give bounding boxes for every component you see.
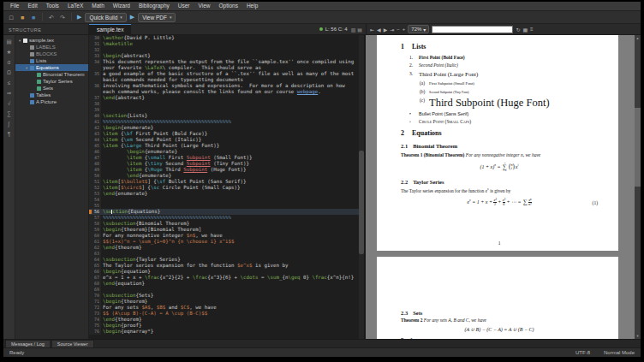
fit-page-icon[interactable]: ▦ bbox=[522, 27, 528, 33]
code-line[interactable]: 30\author{David P. Little} bbox=[89, 35, 364, 41]
code-line[interactable]: 76\begin{eqnarray*} bbox=[89, 329, 364, 335]
code-line[interactable]: 39 bbox=[89, 107, 364, 113]
menu-latex[interactable]: LaTeX bbox=[63, 2, 87, 10]
next-page-icon[interactable]: ▶ bbox=[384, 27, 388, 33]
code-line[interactable]: 70\subsection{Sets} bbox=[89, 293, 364, 299]
code-line[interactable]: 40\section{Lists} bbox=[89, 113, 364, 119]
code-line[interactable]: 56\section{Equations} bbox=[89, 209, 364, 215]
split-view-icon[interactable]: ▥ bbox=[350, 27, 357, 33]
misc-math-icon[interactable]: √ bbox=[4, 99, 14, 107]
text-symbols-icon[interactable]: ¶ bbox=[4, 130, 14, 138]
code-line[interactable]: 35a good example of the basic structure … bbox=[89, 71, 364, 83]
editor-scrollbar[interactable] bbox=[359, 35, 364, 339]
tab-sample-tex[interactable]: sample.tex bbox=[89, 24, 131, 35]
code-line[interactable]: 68\end{equation} bbox=[89, 281, 364, 287]
menu-edit[interactable]: Edit bbox=[23, 2, 41, 10]
pdf-scrollbar-thumb[interactable] bbox=[635, 108, 641, 187]
zoom-in-icon[interactable]: + bbox=[402, 27, 406, 33]
pdf-menu-icon[interactable]: ≡ bbox=[530, 27, 534, 33]
bottom-tab-source-viewer[interactable]: Source Viewer bbox=[51, 340, 94, 347]
menu-tools[interactable]: Tools bbox=[42, 2, 63, 10]
new-file-icon[interactable]: □ bbox=[7, 13, 15, 22]
structure-item-blocks[interactable]: BLOCKS bbox=[15, 50, 88, 57]
code-line[interactable]: 44\item {\em Second Point (Italic)} bbox=[89, 137, 364, 143]
save-icon[interactable]: ■ bbox=[29, 13, 38, 22]
run-quick-build-icon[interactable]: ▶ bbox=[76, 14, 82, 21]
scroll-down-icon[interactable]: ▼ bbox=[635, 333, 641, 339]
structure-item-tables[interactable]: Tables bbox=[15, 92, 88, 98]
menu-options[interactable]: Options bbox=[215, 2, 242, 10]
code-line[interactable]: 46 \begin{enumerate} bbox=[89, 149, 364, 155]
code-editor[interactable]: 30\author{David P. Little}31\maketitle32… bbox=[89, 35, 364, 339]
code-line[interactable]: 41%%%%%%%%%%%%%%%%%%%%%%%%%%%%%%%%%%%%%%… bbox=[89, 119, 364, 125]
code-line[interactable]: 65The Taylor series expansion for the fu… bbox=[89, 263, 364, 269]
code-line[interactable]: 57%%%%%%%%%%%%%%%%%%%%%%%%%%%%%%%%%%%%%%… bbox=[89, 215, 364, 221]
menu-file[interactable]: File bbox=[6, 2, 23, 10]
code-line[interactable]: 53\end{enumerate} bbox=[89, 191, 364, 197]
code-line[interactable]: 62\end{theorem} bbox=[89, 245, 364, 251]
menu-wizard[interactable]: Wizard bbox=[109, 2, 134, 10]
first-page-icon[interactable]: ⇤ bbox=[370, 27, 374, 33]
menu-bibliography[interactable]: Bibliography bbox=[134, 2, 174, 10]
menu-help[interactable]: Help bbox=[242, 2, 262, 10]
open-folder-icon[interactable]: ■ bbox=[18, 13, 27, 22]
code-line[interactable]: 48 \item {\tiny Second Subpoint (Tiny Fo… bbox=[89, 161, 364, 167]
structure-item-equations[interactable]: ▾Equations bbox=[15, 64, 88, 71]
code-line[interactable]: 38 bbox=[89, 101, 364, 107]
code-line[interactable]: 37\end{abstract} bbox=[89, 95, 364, 101]
run-view-pdf-icon[interactable]: ▶ bbox=[129, 14, 135, 21]
structure-item-binomial-theorem[interactable]: Binomial Theorem bbox=[15, 71, 88, 78]
undo-icon[interactable]: ↶ bbox=[47, 13, 56, 22]
view-pdf-dropdown[interactable]: View PDF ▾ bbox=[138, 13, 176, 22]
code-line[interactable]: 31\maketitle bbox=[89, 41, 364, 47]
refresh-icon[interactable]: ↻ bbox=[516, 27, 520, 33]
structure-item-lists[interactable]: Lists bbox=[15, 57, 88, 64]
code-line[interactable]: 50 \end{enumerate} bbox=[89, 173, 364, 179]
code-line[interactable]: 45\item {\Large Third Point (Large Font)… bbox=[89, 143, 364, 149]
code-line[interactable]: 42\begin{enumerate} bbox=[89, 125, 364, 131]
structure-item-taylor-series[interactable]: Taylor Series bbox=[15, 78, 88, 85]
code-line[interactable]: 75\begin{proof} bbox=[89, 323, 364, 329]
code-line[interactable]: 66\begin{equation} bbox=[89, 269, 364, 275]
bottom-tab-messages-log[interactable]: Messages / Log bbox=[5, 340, 51, 347]
previous-page-icon[interactable]: ◀ bbox=[377, 27, 381, 33]
relations-icon[interactable]: ≤ bbox=[4, 79, 14, 86]
code-line[interactable]: 61$$(1+x)^n = \sum_{i=0}^n {n \choose i}… bbox=[89, 239, 364, 245]
bookmarks-icon[interactable]: ★ bbox=[4, 48, 14, 56]
code-line[interactable]: 49 \item {\Huge Third Subpoint (Huge Fon… bbox=[89, 167, 364, 173]
code-line[interactable]: 60For any nonnegative integer $n$, we ha… bbox=[89, 233, 364, 239]
structure-item-labels[interactable]: LABELS bbox=[15, 44, 88, 50]
editor-scrollbar-thumb[interactable] bbox=[359, 151, 364, 254]
structure-item-a-picture[interactable]: A Picture bbox=[15, 98, 88, 105]
code-line[interactable]: 64\subsection{Taylor Series} bbox=[89, 257, 364, 263]
structure-item-sets[interactable]: Sets bbox=[15, 85, 88, 92]
full-view-icon[interactable]: ▤ bbox=[356, 27, 363, 33]
code-line[interactable]: 58\subsection{Binomial Theorem} bbox=[89, 221, 364, 227]
pdf-viewer[interactable]: 1Lists1.First Point (Bold Face)2.Second … bbox=[366, 35, 641, 339]
code-line[interactable]: 71\begin{theorem} bbox=[89, 299, 364, 305]
code-line[interactable]: 43\item {\bf First Point (Bold Face)} bbox=[89, 131, 364, 137]
structure-panel-icon[interactable]: ▤ bbox=[4, 38, 14, 45]
last-page-icon[interactable]: ⇥ bbox=[390, 27, 394, 33]
arrows-icon[interactable]: ⇒ bbox=[4, 89, 14, 97]
code-line[interactable]: 51\item[$\bullet$] {\sf Bullet Point (Sa… bbox=[89, 179, 364, 185]
code-line[interactable]: 69 bbox=[89, 287, 364, 293]
code-line[interactable]: 74\end{theorem} bbox=[89, 317, 364, 323]
redo-icon[interactable]: ↷ bbox=[58, 13, 67, 22]
code-line[interactable]: 72For any sets $A$, $B$ and $C$, we have bbox=[89, 305, 364, 311]
code-line[interactable]: 54 bbox=[89, 197, 364, 203]
code-line[interactable]: 55 bbox=[89, 203, 364, 209]
greek-lowercase-icon[interactable]: α bbox=[4, 58, 14, 66]
quick-build-dropdown[interactable]: Quick Build ▾ bbox=[85, 13, 126, 22]
zoom-dropdown[interactable]: 72% ▾ bbox=[408, 25, 429, 33]
code-line[interactable]: 63 bbox=[89, 251, 364, 257]
code-line[interactable]: 34This document represents the output fr… bbox=[89, 59, 364, 71]
sum-symbols-icon[interactable]: ∑ bbox=[4, 110, 14, 117]
code-line[interactable]: 47 \item {\small First Subpoint (Small F… bbox=[89, 155, 364, 161]
menu-view[interactable]: View bbox=[194, 2, 215, 10]
code-line[interactable]: 59\begin{theorem}[Binomial Theorem] bbox=[89, 227, 364, 233]
pdf-scrollbar[interactable]: ▲ ▼ bbox=[635, 35, 641, 339]
integral-symbols-icon[interactable]: ∫ bbox=[4, 120, 14, 128]
scroll-up-icon[interactable]: ▲ bbox=[635, 35, 641, 41]
code-line[interactable]: 52\item[$\circ$] {\sc Circle Point (Smal… bbox=[89, 185, 364, 191]
